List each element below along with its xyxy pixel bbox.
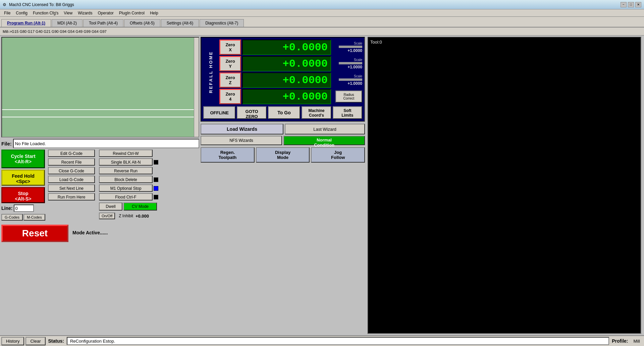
big-buttons-col: Cycle Start<Alt-R> Feed Hold<Spc> Stop<A… bbox=[1, 150, 47, 221]
mcodes-button[interactable]: M-Codes bbox=[23, 214, 45, 221]
menu-wizards[interactable]: Wizards bbox=[75, 10, 95, 16]
cv-mode-button[interactable]: CV Mode bbox=[123, 203, 157, 211]
menu-file[interactable]: File bbox=[1, 10, 13, 16]
zero-y-button[interactable]: ZeroY bbox=[219, 56, 241, 71]
refall-home-text: REFALL HOME bbox=[209, 51, 213, 93]
tab-offsets[interactable]: Offsets (Alt-5) bbox=[124, 19, 160, 27]
dwell-button[interactable]: Dwell bbox=[99, 203, 122, 211]
zero-z-button[interactable]: ZeroZ bbox=[219, 72, 241, 88]
maximize-button[interactable]: □ bbox=[628, 2, 634, 7]
load-wizards-button[interactable]: Load Wizards bbox=[201, 124, 283, 134]
menu-plugin-control[interactable]: PlugIn Control bbox=[116, 10, 147, 16]
gcode-viewer[interactable] bbox=[1, 37, 199, 137]
scale-y-value: +1.0000 bbox=[347, 65, 362, 69]
gcode-scrollbar[interactable] bbox=[194, 38, 199, 137]
gcode-highlight-line1 bbox=[2, 109, 194, 110]
dro-y-value: +0.0000 bbox=[242, 56, 331, 71]
app-icon: ⚙ bbox=[3, 2, 6, 7]
normal-condition-button[interactable]: NormalCondition bbox=[283, 136, 365, 145]
zero-4-button[interactable]: Zero4 bbox=[219, 89, 241, 104]
dro-row-y: ZeroY +0.0000 Scale +1.0000 bbox=[219, 56, 362, 71]
dro-4-radius: RadiusCorrect bbox=[332, 91, 362, 103]
scale-y-bar bbox=[339, 62, 362, 64]
reset-button[interactable]: Reset bbox=[1, 225, 68, 242]
dro-row-x: ZeroX +0.0000 Scale +1.0000 bbox=[219, 40, 362, 55]
last-wizard-button[interactable]: Last Wizard bbox=[285, 124, 365, 134]
m1-optional-stop-button[interactable]: M1 Optional Stop bbox=[99, 184, 153, 192]
dro-x-value: +0.0000 bbox=[242, 40, 331, 55]
dro-section: REFALL HOME ZeroX +0.0000 Scale +1.0000 bbox=[201, 37, 365, 122]
flood-ctrl-button[interactable]: Flood Ctrl-F bbox=[99, 193, 153, 200]
radius-correct-button[interactable]: RadiusCorrect bbox=[335, 91, 362, 103]
jog-follow-button[interactable]: JogFollow bbox=[311, 147, 365, 163]
stop-button[interactable]: Stop<Alt-S> bbox=[1, 187, 45, 203]
mode-active-label: Mode Active...... bbox=[72, 230, 108, 235]
regen-toolpath-button[interactable]: Regen.Toolpath bbox=[201, 147, 255, 163]
tab-tool-path[interactable]: Tool Path (Alt-4) bbox=[83, 19, 123, 27]
right-panel: Tool:0 bbox=[366, 37, 643, 334]
reverse-run-button[interactable]: Reverse Run bbox=[99, 167, 153, 174]
file-input[interactable] bbox=[13, 139, 199, 148]
flood-indicator bbox=[154, 195, 158, 199]
rewind-button[interactable]: Rewind Ctrl-W bbox=[99, 150, 153, 157]
dro-x-scale: Scale +1.0000 bbox=[332, 42, 362, 53]
mid-buttons-col: Edit G-Code Recent File Close G-Code Loa… bbox=[48, 150, 98, 221]
tab-mdi[interactable]: MDI (Alt-2) bbox=[52, 19, 83, 27]
to-go-button[interactable]: To Go bbox=[268, 106, 300, 119]
dro-y-scale: Scale +1.0000 bbox=[332, 58, 362, 69]
close-gcode-button[interactable]: Close G-Code bbox=[48, 167, 95, 174]
offline-button[interactable]: OFFLINE bbox=[203, 106, 235, 119]
display-mode-button[interactable]: DisplayMode bbox=[256, 147, 310, 163]
line-label: Line: bbox=[1, 206, 12, 211]
menu-function-cfgs[interactable]: Function Cfg's bbox=[30, 10, 61, 16]
gcodes-button[interactable]: G-Codes bbox=[1, 214, 23, 221]
dwell-cv-row: Dwell CV Mode bbox=[99, 203, 199, 211]
tab-diagnostics[interactable]: Diagnostics (Alt-7) bbox=[200, 19, 244, 27]
dro-inner: REFALL HOME ZeroX +0.0000 Scale +1.0000 bbox=[203, 40, 362, 104]
single-blk-indicator bbox=[154, 160, 158, 165]
tab-program-run[interactable]: Program Run (Alt-1) bbox=[1, 19, 51, 27]
status-value: ReConfiguration Estop. bbox=[67, 337, 609, 345]
goto-zero-button[interactable]: GOTOZERO bbox=[237, 106, 266, 119]
gcode-status-text: Mill->G15 G80 G17 G40 G21 G90 G94 G54 G4… bbox=[3, 30, 107, 34]
nfs-wizards-row: NFS Wizards NormalCondition bbox=[201, 136, 365, 145]
on-off-button[interactable]: On/Off bbox=[99, 213, 115, 219]
scale-y-label: Scale bbox=[354, 58, 362, 62]
soft-limits-button[interactable]: SoftLimits bbox=[333, 106, 362, 119]
rewind-row: Rewind Ctrl-W bbox=[99, 150, 199, 158]
run-from-here-button[interactable]: Run From Here bbox=[48, 193, 95, 200]
tab-settings[interactable]: Settings (Alt-6) bbox=[161, 19, 199, 27]
history-button[interactable]: History bbox=[1, 337, 24, 345]
cycle-start-button[interactable]: Cycle Start<Alt-R> bbox=[1, 150, 45, 168]
recent-file-button[interactable]: Recent File bbox=[48, 158, 95, 166]
zero-x-button[interactable]: ZeroX bbox=[219, 40, 241, 55]
app-title: Mach3 CNC Licensed To: Bill Griggs bbox=[9, 2, 74, 7]
minimize-button[interactable]: − bbox=[621, 2, 627, 7]
line-number-input[interactable] bbox=[14, 205, 34, 212]
load-gcode-button[interactable]: Load G-Code bbox=[48, 176, 95, 183]
block-delete-button[interactable]: Block Delete bbox=[99, 176, 153, 183]
machine-coords-button[interactable]: MachineCoord's bbox=[302, 106, 331, 119]
edit-gcode-button[interactable]: Edit G-Code bbox=[48, 150, 95, 157]
z-inhibit-label: Z Inhibit bbox=[119, 214, 133, 218]
dro-row-z: ZeroZ +0.0000 Scale +1.0000 bbox=[219, 72, 362, 88]
scale-z-label: Scale bbox=[354, 74, 362, 78]
feed-hold-button[interactable]: Feed Hold<Spc> bbox=[1, 170, 45, 186]
close-button[interactable]: ✕ bbox=[635, 2, 641, 7]
block-delete-row: Block Delete bbox=[99, 176, 199, 184]
set-next-line-button[interactable]: Set Next Line bbox=[48, 184, 95, 192]
menu-config[interactable]: Config bbox=[13, 10, 30, 16]
dro-rows: ZeroX +0.0000 Scale +1.0000 ZeroY +0.000… bbox=[219, 40, 362, 104]
single-blk-button[interactable]: Single BLK Alt-N bbox=[99, 158, 153, 166]
z-value: +0.000 bbox=[136, 214, 149, 219]
gcodes-mcodes-row: G-Codes M-Codes bbox=[1, 214, 47, 221]
nfs-wizards-button[interactable]: NFS Wizards bbox=[201, 136, 282, 145]
clear-button[interactable]: Clear bbox=[25, 337, 45, 345]
reset-mode-row: Reset Mode Active...... bbox=[1, 223, 199, 242]
menu-view[interactable]: View bbox=[61, 10, 75, 16]
right-ctrl-col: Rewind Ctrl-W Single BLK Alt-N Reverse R… bbox=[99, 150, 199, 221]
menu-operator[interactable]: Operator bbox=[95, 10, 116, 16]
menu-help[interactable]: Help bbox=[147, 10, 161, 16]
line-row: Line: bbox=[1, 205, 47, 212]
status-bar: History Clear Status: ReConfiguration Es… bbox=[0, 335, 644, 346]
